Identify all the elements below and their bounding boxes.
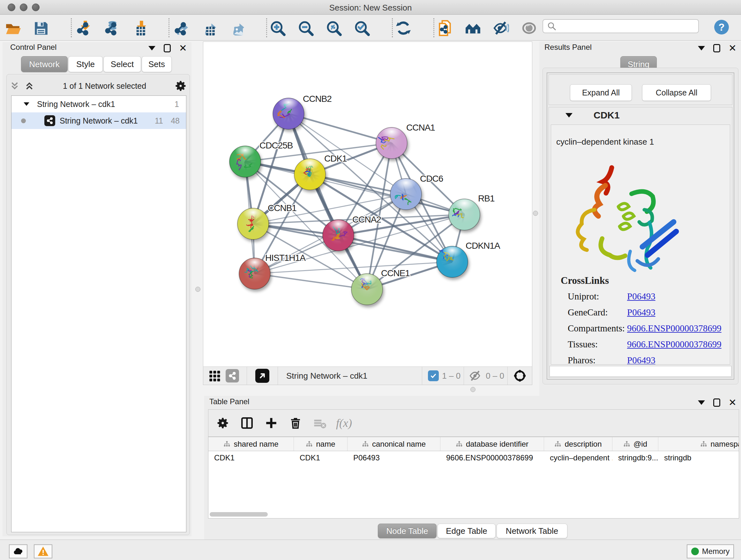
memory-button[interactable]: Memory bbox=[687, 544, 734, 558]
table-cell[interactable]: CDK1 bbox=[294, 451, 347, 464]
new-network-from-selection-button[interactable] bbox=[436, 19, 454, 37]
collapse-all-button[interactable]: Collapse All bbox=[642, 84, 711, 101]
import-table-from-file-button[interactable] bbox=[130, 19, 147, 37]
network-row-selected[interactable]: String Network – cdk1 11 48 bbox=[11, 112, 186, 129]
network-node-CDC25B[interactable] bbox=[229, 146, 261, 177]
table-panel-float-icon[interactable] bbox=[713, 398, 720, 407]
table-horizontal-scrollbar[interactable] bbox=[208, 512, 739, 517]
network-edge[interactable] bbox=[338, 235, 452, 262]
show-columns-icon[interactable] bbox=[237, 414, 257, 432]
results-panel-float-icon[interactable] bbox=[713, 44, 720, 52]
import-network-from-file-button[interactable] bbox=[74, 19, 91, 37]
table-cell[interactable]: cyclin–dependent ... bbox=[544, 451, 612, 464]
gene-section-header[interactable]: CDK1 bbox=[549, 107, 732, 123]
warnings-button[interactable] bbox=[34, 544, 52, 558]
column-header-namespace[interactable]: namespace bbox=[658, 437, 739, 451]
grid-view-icon[interactable] bbox=[208, 369, 221, 382]
column-header-databaseidentifier[interactable]: database identifier bbox=[441, 437, 544, 451]
show-graphics-details-button[interactable] bbox=[521, 19, 538, 37]
cloud-status-button[interactable] bbox=[9, 544, 27, 558]
network-node-CCNA1[interactable] bbox=[376, 127, 407, 159]
network-node-CCNB1[interactable] bbox=[238, 208, 269, 240]
network-options-gear-icon[interactable] bbox=[174, 79, 187, 92]
delete-column-trash-icon[interactable] bbox=[286, 414, 306, 432]
network-node-RB1[interactable] bbox=[449, 199, 480, 230]
export-table-button[interactable] bbox=[199, 19, 217, 37]
tab-select[interactable]: Select bbox=[104, 56, 141, 72]
tab-network-table[interactable]: Network Table bbox=[496, 523, 567, 538]
table-cell[interactable]: stringdb bbox=[658, 451, 739, 464]
open-session-button[interactable] bbox=[4, 19, 21, 37]
pan-crosshair-icon[interactable] bbox=[512, 368, 528, 383]
table-options-gear-icon[interactable] bbox=[213, 414, 232, 432]
apply-layout-button[interactable] bbox=[395, 19, 412, 37]
table-panel: Table Panel ✕ f(x) shared name name bbox=[204, 396, 741, 540]
birds-eye-view-icon[interactable] bbox=[255, 369, 269, 383]
zoom-out-button[interactable] bbox=[297, 19, 314, 37]
first-neighbors-button[interactable] bbox=[464, 19, 482, 37]
column-header-canonicalname[interactable]: canonical name bbox=[347, 437, 441, 451]
network-node-CDK1[interactable] bbox=[294, 159, 326, 190]
control-panel-close-icon[interactable]: ✕ bbox=[179, 45, 187, 52]
zoom-selected-button[interactable] bbox=[353, 19, 370, 37]
network-node-CDKN1A[interactable] bbox=[436, 246, 468, 277]
table-cell[interactable]: 9606.ENSP00000378699 bbox=[441, 451, 544, 464]
right-splitter-handle[interactable] bbox=[533, 211, 538, 216]
scrollbar-thumb[interactable] bbox=[210, 512, 268, 516]
zoom-fit-button[interactable] bbox=[325, 19, 342, 37]
table-panel-menu-icon[interactable] bbox=[698, 400, 705, 405]
gene-section-collapse-icon[interactable] bbox=[565, 113, 572, 118]
crosslink-row: Uniprot: P06493 bbox=[551, 288, 730, 304]
selected-nodes-checkbox-icon[interactable] bbox=[428, 370, 439, 381]
export-network-button[interactable] bbox=[172, 19, 189, 37]
tab-edge-table[interactable]: Edge Table bbox=[437, 523, 495, 538]
crosslink-link[interactable]: P06493 bbox=[627, 355, 656, 365]
network-collection-row[interactable]: String Network – cdk1 1 bbox=[11, 96, 186, 112]
table-cell[interactable]: stringdb:9... bbox=[612, 451, 658, 464]
control-panel-menu-icon[interactable] bbox=[148, 46, 155, 51]
column-header-id[interactable]: @id bbox=[612, 437, 658, 451]
crosslink-link[interactable]: 9606.ENSP00000378699 bbox=[627, 323, 722, 334]
results-panel-menu-icon[interactable] bbox=[698, 46, 705, 51]
results-panel-close-icon[interactable]: ✕ bbox=[729, 45, 737, 52]
horizontal-splitter-handle[interactable] bbox=[470, 387, 475, 392]
column-header-description[interactable]: description bbox=[544, 437, 612, 451]
network-node-CCNA2[interactable] bbox=[323, 220, 354, 251]
network-node-CDC6[interactable] bbox=[390, 179, 421, 210]
node-label-CCNE1: CCNE1 bbox=[381, 268, 410, 278]
tab-node-table[interactable]: Node Table bbox=[378, 523, 436, 538]
network-node-CCNB2[interactable] bbox=[273, 98, 304, 129]
network-canvas[interactable]: CCNB2CCNA1CDC25BCDK1CDC6RB1CCNB1CCNA2CDK… bbox=[203, 42, 532, 366]
column-header-sharedname[interactable]: shared name bbox=[208, 437, 294, 451]
collapse-all-chevron-icon[interactable] bbox=[9, 80, 20, 91]
table-panel-close-icon[interactable]: ✕ bbox=[729, 399, 737, 406]
network-share-icon[interactable] bbox=[226, 369, 239, 382]
crosslink-link[interactable]: P06493 bbox=[627, 291, 656, 302]
hide-selected-button[interactable] bbox=[492, 19, 510, 37]
table-cell[interactable]: CDK1 bbox=[208, 451, 294, 464]
table-row[interactable]: CDK1CDK1P064939606.ENSP00000378699cyclin… bbox=[208, 451, 739, 464]
control-panel-float-icon[interactable] bbox=[164, 44, 171, 52]
column-header-name[interactable]: name bbox=[294, 437, 347, 451]
export-image-button[interactable] bbox=[227, 19, 245, 37]
save-session-button[interactable] bbox=[32, 19, 50, 37]
delete-table-icon bbox=[310, 414, 330, 432]
help-button[interactable]: ? bbox=[713, 18, 730, 36]
tab-sets[interactable]: Sets bbox=[142, 56, 172, 72]
toolbar-separator bbox=[266, 18, 267, 37]
expand-all-button[interactable]: Expand All bbox=[570, 84, 632, 101]
import-network-from-database-button[interactable] bbox=[102, 19, 119, 37]
crosslink-link[interactable]: P06493 bbox=[627, 307, 656, 318]
table-cell[interactable]: P06493 bbox=[347, 451, 441, 464]
network-node-CCNE1[interactable] bbox=[351, 273, 383, 305]
search-input[interactable] bbox=[556, 20, 698, 32]
zoom-in-button[interactable] bbox=[269, 19, 286, 37]
tab-style[interactable]: Style bbox=[68, 56, 103, 72]
add-column-icon[interactable] bbox=[261, 414, 281, 432]
expand-all-chevron-icon[interactable] bbox=[24, 80, 35, 91]
network-edge[interactable] bbox=[255, 273, 367, 289]
tab-network[interactable]: Network bbox=[21, 56, 68, 72]
collection-expand-icon[interactable] bbox=[23, 102, 29, 106]
crosslink-link[interactable]: 9606.ENSP00000378699 bbox=[627, 339, 722, 350]
left-splitter-handle[interactable] bbox=[195, 287, 200, 292]
